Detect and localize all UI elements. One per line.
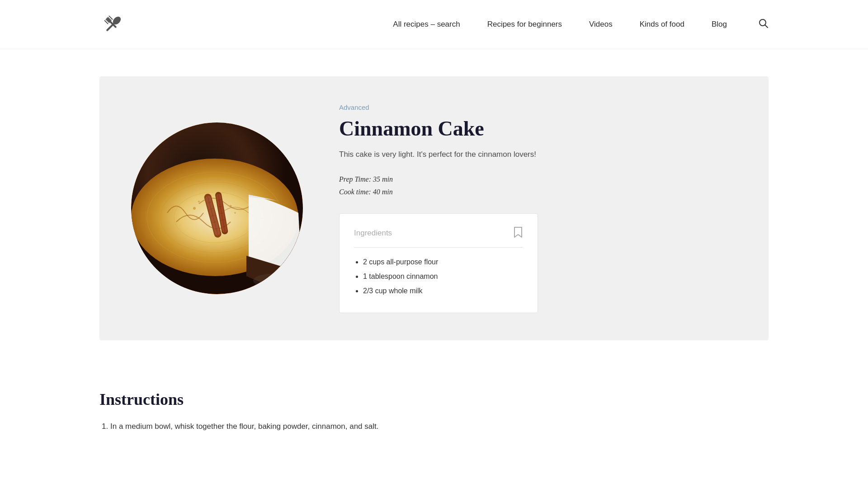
instructions-section: Instructions In a medium bowl, whisk tog… <box>0 367 868 466</box>
recipe-hero: Advanced Cinnamon Cake This cake is very… <box>99 76 769 340</box>
bookmark-icon[interactable] <box>513 226 523 240</box>
ingredients-header: Ingredients <box>354 226 523 248</box>
nav-blog[interactable]: Blog <box>712 20 727 29</box>
ingredients-title: Ingredients <box>354 229 392 238</box>
svg-point-32 <box>198 201 200 202</box>
ingredients-card: Ingredients 2 cups all-purpose flour 1 t… <box>339 213 538 313</box>
recipe-description: This cake is very light. It's perfect fo… <box>339 149 737 160</box>
nav-kinds-of-food[interactable]: Kinds of food <box>640 20 684 29</box>
main-nav: All recipes – search Recipes for beginne… <box>393 19 769 30</box>
svg-point-34 <box>234 212 236 214</box>
svg-point-35 <box>196 217 198 218</box>
nav-videos[interactable]: Videos <box>589 20 613 29</box>
nav-all-recipes[interactable]: All recipes – search <box>393 20 460 29</box>
cook-time: Cook time: 40 min <box>339 186 737 199</box>
svg-line-8 <box>765 25 768 28</box>
ingredients-list: 2 cups all-purpose flour 1 tablespoon ci… <box>354 255 523 298</box>
ingredient-item: 2 cups all-purpose flour <box>363 255 523 269</box>
ingredient-item: 2/3 cup whole milk <box>363 284 523 298</box>
instructions-list: In a medium bowl, whisk together the flo… <box>99 420 769 434</box>
svg-point-33 <box>230 205 232 207</box>
recipe-title: Cinnamon Cake <box>339 117 737 141</box>
cake-image <box>131 122 303 294</box>
instruction-step: In a medium bowl, whisk together the flo… <box>110 420 769 434</box>
recipe-times: Prep Time: 35 min Cook time: 40 min <box>339 173 737 199</box>
prep-time: Prep Time: 35 min <box>339 173 737 186</box>
ingredient-item: 1 tablespoon cinnamon <box>363 269 523 284</box>
recipe-level: Advanced <box>339 103 737 111</box>
svg-rect-5 <box>106 23 115 32</box>
recipe-info: Advanced Cinnamon Cake This cake is very… <box>339 103 737 313</box>
svg-point-31 <box>193 207 196 210</box>
logo-icon <box>99 11 127 38</box>
site-header: All recipes – search Recipes for beginne… <box>0 0 868 49</box>
search-icon[interactable] <box>759 19 769 30</box>
instructions-title: Instructions <box>99 390 769 409</box>
logo-area[interactable] <box>99 11 127 38</box>
svg-point-36 <box>253 274 289 287</box>
nav-beginners[interactable]: Recipes for beginners <box>487 20 562 29</box>
